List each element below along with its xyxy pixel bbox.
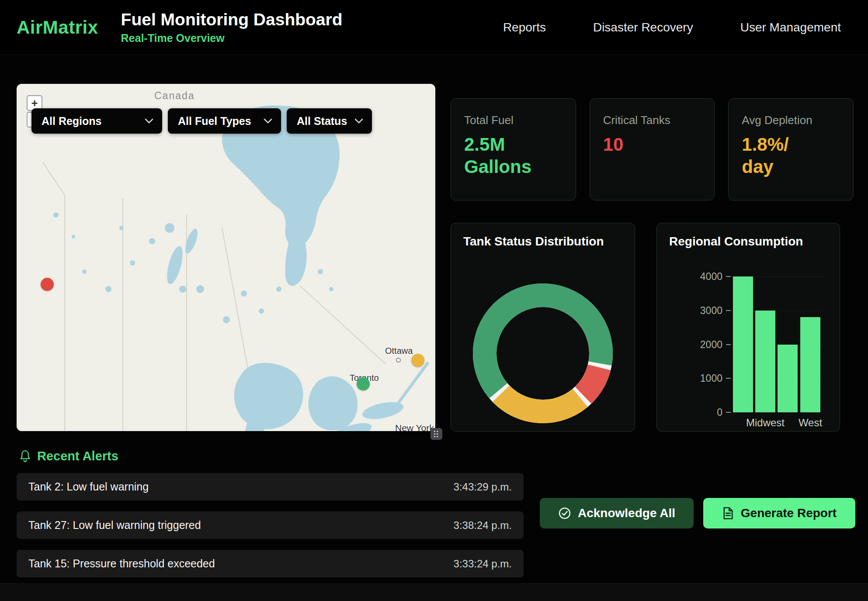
bell-icon [19,450,31,463]
status-filter-select[interactable]: All Status [287,108,372,134]
alert-row: Tank 15: Pressure threshold exceeded 3:3… [17,550,524,577]
page-title: Fuel Monitoring Dashboard [121,10,343,29]
consumption-bar [733,276,753,412]
alert-text: Tank 15: Pressure threshold exceeded [28,557,215,570]
stat-value: 2.5MGallons [464,133,562,178]
alert-text: Tank 27: Low fuel warning triggered [28,519,201,532]
map-filter-bar: All Regions All Fuel Types All Status [31,108,372,134]
region-filter-value: All Regions [42,115,102,128]
check-circle-icon [558,507,571,520]
tank-marker-warning[interactable] [411,354,424,367]
status-filter-value: All Status [297,115,347,128]
tank-marker-critical[interactable] [41,278,54,291]
chevron-down-icon [264,118,272,124]
document-icon [722,507,734,520]
y-axis-tick: 0 [684,407,722,418]
nav-item-reports[interactable]: Reports [503,21,546,35]
fuel-type-filter-value: All Fuel Types [178,115,251,128]
chevron-down-icon [354,118,363,124]
alert-row: Tank 2: Low fuel warning 3:43:29 p.m. [17,473,524,501]
generate-report-button[interactable]: Generate Report [703,498,855,528]
footer-bar [0,584,868,601]
alert-timestamp: 3:43:29 p.m. [454,481,512,493]
fuel-monitoring-dashboard: AirMatrix Fuel Monitoring Dashboard Real… [0,0,868,601]
acknowledge-all-label: Acknowledge All [578,506,675,520]
page-subtitle: Real-Time Overview [121,32,343,45]
header-bar: AirMatrix Fuel Monitoring Dashboard Real… [0,0,868,55]
resize-grip-icon[interactable] [431,428,442,440]
brand-logo[interactable]: AirMatrix [17,17,98,38]
consumption-bar [800,317,820,412]
y-axis-tick: 4000 [684,271,722,283]
region-filter-select[interactable]: All Regions [31,108,162,134]
y-axis-tick: 1000 [684,373,722,384]
consumption-bar [778,345,798,413]
stat-card-avg-depletion: Avg Depletion 1.8%/day [728,98,854,200]
chevron-down-icon [145,118,153,124]
tank-status-donut-chart [471,281,615,425]
title-block: Fuel Monitoring Dashboard Real-Time Over… [121,10,343,45]
recent-alerts-title: Recent Alerts [37,449,118,463]
y-axis-tick: 3000 [684,305,722,317]
generate-report-label: Generate Report [741,506,837,520]
consumption-bar [755,311,775,412]
stat-label: Avg Depletion [742,114,840,127]
map-label-ottawa: Ottawa [385,346,413,356]
alert-timestamp: 3:38:24 p.m. [454,519,512,532]
tank-marker-normal[interactable] [357,377,370,390]
nav-item-disaster-recovery[interactable]: Disaster Recovery [593,21,693,35]
map-label-canada: Canada [154,90,195,102]
alert-timestamp: 3:33:24 p.m. [454,558,512,570]
stat-value: 10 [603,133,701,155]
alert-row: Tank 27: Low fuel warning triggered 3:38… [17,511,524,539]
tank-map[interactable]: Canada Ottawa Toronto New York + All Reg… [17,84,435,431]
x-axis-label: West [780,417,841,429]
alert-text: Tank 2: Low fuel warning [28,480,149,493]
regional-consumption-bar-chart: 01000200030004000MidwestWest [657,223,840,431]
chart-title: Tank Status Distribution [463,235,604,249]
city-marker-icon [396,358,401,363]
stat-card-total-fuel: Total Fuel 2.5MGallons [451,98,576,200]
stat-label: Total Fuel [464,114,562,127]
map-label-new-york: New York [395,423,434,431]
regional-consumption-card: Regional Consumption 01000200030004000Mi… [656,223,840,432]
stat-card-critical-tanks: Critical Tanks 10 [590,98,715,200]
nav-item-user-management[interactable]: User Management [740,21,841,35]
fuel-type-filter-select[interactable]: All Fuel Types [168,108,281,134]
recent-alerts-heading: Recent Alerts [19,449,118,463]
acknowledge-all-button[interactable]: Acknowledge All [540,498,694,528]
stat-label: Critical Tanks [603,114,701,127]
tank-status-distribution-card: Tank Status Distribution [451,223,635,432]
main-nav: Reports Disaster Recovery User Managemen… [503,21,868,35]
stats-row: Total Fuel 2.5MGallons Critical Tanks 10… [451,98,854,200]
y-axis-tick: 2000 [684,339,722,351]
stat-value: 1.8%/day [742,133,840,178]
